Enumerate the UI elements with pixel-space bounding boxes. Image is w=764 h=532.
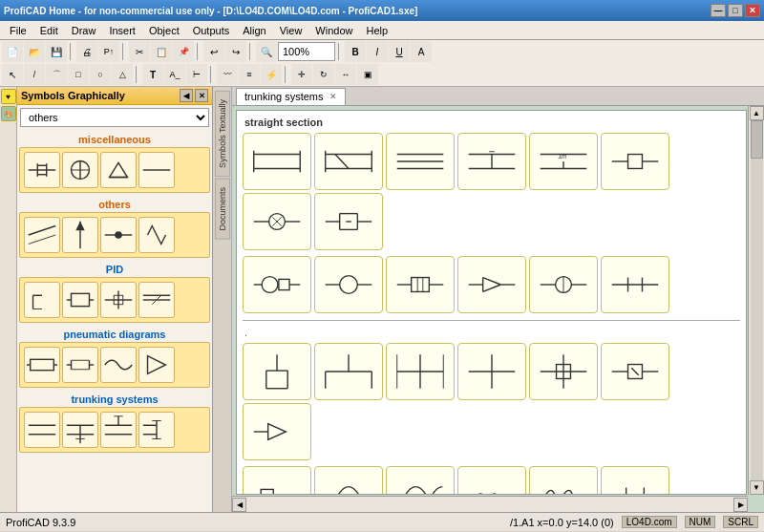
menu-draw[interactable]: Draw [66,23,102,38]
heart-icon[interactable]: ♥ [1,89,16,104]
menu-outputs[interactable]: Outputs [187,23,236,38]
sym-pid-4[interactable] [138,282,175,318]
undo-button[interactable]: ↩ [203,41,224,62]
menu-align[interactable]: Align [237,23,271,38]
sym-canvas-13[interactable] [529,256,598,313]
text-button[interactable]: A [411,41,432,62]
menu-edit[interactable]: Edit [34,23,64,38]
menu-window[interactable]: Window [309,23,358,38]
sym-canvas-3[interactable] [386,133,455,190]
menu-view[interactable]: View [274,23,308,38]
zoom-level[interactable]: 100% [278,42,335,61]
sym-trunk-2[interactable] [62,412,98,448]
minimize-button[interactable]: — [711,4,726,17]
sym-misc-3[interactable] [100,152,137,188]
scroll-left-button[interactable]: ◀ [232,498,246,512]
category-select[interactable]: others miscellaneous PID pneumatic diagr… [20,108,209,127]
sym-misc-1[interactable] [24,152,60,188]
sym-canvas-2[interactable] [314,133,383,190]
palette-icon[interactable]: 🎨 [1,106,16,121]
scrollbar-vertical[interactable]: ▲ ▼ [748,106,764,495]
sym-canvas-4[interactable] [457,133,526,190]
group-button[interactable]: ▣ [357,64,378,85]
sym-canvas-25[interactable] [457,466,526,495]
scroll-thumb-v[interactable] [751,120,763,159]
canvas-inner[interactable]: straight section [236,110,747,495]
sym-canvas-26[interactable] [529,466,598,495]
maximize-button[interactable]: □ [728,4,743,17]
italic-button[interactable]: I [367,41,388,62]
sym-oth-2[interactable] [62,217,98,253]
panel-pin-button[interactable]: ◀ [180,89,193,102]
new-button[interactable]: 📄 [2,41,23,62]
paste-button[interactable]: 📌 [173,41,194,62]
canvas-tab-close[interactable]: ✕ [329,92,337,101]
sym-canvas-1[interactable] [243,133,311,190]
sym-canvas-17[interactable] [386,343,455,400]
canvas-tab-trunking[interactable]: trunking systems ✕ [236,88,346,105]
sym-canvas-19[interactable] [529,343,598,400]
label-button[interactable]: A_ [164,64,185,85]
menu-help[interactable]: Help [360,23,393,38]
tab-symbols-textually[interactable]: Symbols Textually [215,91,230,177]
pin-button[interactable]: ⊢ [186,64,207,85]
sym-canvas-14[interactable] [601,256,669,313]
menu-object[interactable]: Object [143,23,185,38]
rotate-button[interactable]: ↻ [313,64,334,85]
sym-pneu-1[interactable] [24,347,60,383]
line-button[interactable]: / [24,64,45,85]
menu-insert[interactable]: Insert [103,23,141,38]
highlight-button[interactable]: ⚡ [261,64,282,85]
menu-file[interactable]: File [4,23,32,38]
wire-button[interactable]: 〰 [217,64,238,85]
sym-oth-4[interactable] [138,217,175,253]
sym-misc-2[interactable] [62,152,98,188]
sym-canvas-23[interactable] [314,466,383,495]
copy-button[interactable]: 📋 [151,41,172,62]
move-button[interactable]: ✛ [291,64,312,85]
sym-trunk-4[interactable] [138,412,175,448]
arc-button[interactable]: ⌒ [46,64,67,85]
sym-canvas-12[interactable] [457,256,526,313]
sym-trunk-3[interactable] [100,412,137,448]
sym-canvas-22[interactable] [243,466,311,495]
flip-button[interactable]: ↔ [335,64,356,85]
underline-button[interactable]: U [389,41,410,62]
sym-misc-4[interactable] [138,152,175,188]
sym-canvas-8[interactable] [314,193,383,250]
sym-pneu-3[interactable] [100,347,137,383]
print-button[interactable]: 🖨 [76,41,97,62]
sym-canvas-16[interactable] [314,343,383,400]
sym-canvas-7[interactable] [243,193,311,250]
tab-documents[interactable]: Documents [215,179,230,240]
scrollbar-horizontal[interactable]: ◀ ▶ [232,496,748,512]
sym-canvas-5[interactable]: 1m [529,133,598,190]
open-button[interactable]: 📂 [24,41,45,62]
polygon-button[interactable]: △ [112,64,133,85]
ellipse-button[interactable]: ○ [90,64,111,85]
sym-canvas-6[interactable] [601,133,669,190]
sym-pid-3[interactable] [100,282,137,318]
sym-canvas-10[interactable] [314,256,383,313]
sym-canvas-20[interactable] [601,343,669,400]
scroll-down-button[interactable]: ▼ [750,480,764,495]
cut-button[interactable]: ✂ [129,41,150,62]
sym-pid-1[interactable] [24,282,60,318]
sym-canvas-11[interactable] [386,256,455,313]
print-preview-button[interactable]: P↑ [98,41,119,62]
bold-button[interactable]: B [345,41,366,62]
sym-oth-3[interactable] [100,217,137,253]
scroll-up-button[interactable]: ▲ [750,106,764,120]
sym-pneu-2[interactable] [62,347,98,383]
scroll-right-button[interactable]: ▶ [733,498,748,512]
bus-button[interactable]: ≡ [239,64,260,85]
sym-canvas-24[interactable] [386,466,455,495]
sym-canvas-27[interactable] [601,466,669,495]
text-insert-button[interactable]: T [142,64,163,85]
sym-pneu-4[interactable] [138,347,175,383]
sym-canvas-15[interactable] [243,343,311,400]
rect-button[interactable]: □ [68,64,89,85]
sym-trunk-1[interactable] [24,412,60,448]
panel-close-button[interactable]: ✕ [195,89,208,102]
save-button[interactable]: 💾 [46,41,67,62]
